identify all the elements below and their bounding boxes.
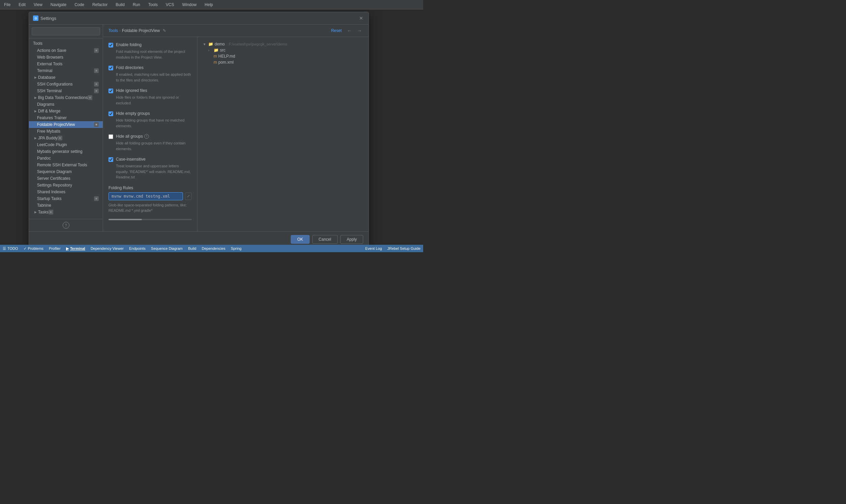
nav-badge-jpa: ≡: [58, 136, 62, 140]
nav-item-tabnine[interactable]: Tabnine: [29, 202, 103, 209]
nav-item-mybatis[interactable]: Mybatis generator setting: [29, 148, 103, 155]
status-todo[interactable]: ☰ TODO: [3, 247, 18, 251]
help-button-container: ?: [29, 219, 103, 231]
folding-rules-label: Folding Rules: [108, 185, 192, 190]
nav-item-settings-repository[interactable]: Settings Repository: [29, 182, 103, 188]
breadcrumb-parent[interactable]: Tools: [108, 28, 118, 33]
status-dependencies[interactable]: Dependencies: [202, 247, 225, 251]
nav-item-ssh-terminal[interactable]: SSH Terminal ≡: [29, 88, 103, 94]
search-input[interactable]: [32, 27, 100, 35]
hide-empty-groups-checkbox[interactable]: [108, 111, 113, 116]
menu-navigate[interactable]: Navigate: [49, 2, 68, 8]
nav-item-server-certificates[interactable]: Server Certificates: [29, 175, 103, 182]
ok-button[interactable]: OK: [291, 235, 309, 244]
case-insensitive-desc: Treat lowercase and uppercase letters eq…: [108, 163, 192, 180]
menu-file[interactable]: File: [3, 2, 12, 8]
next-button[interactable]: →: [356, 27, 363, 34]
close-button[interactable]: ✕: [358, 15, 365, 21]
folding-rules-input[interactable]: [108, 192, 183, 200]
fold-directories-desc: If enabled, matching rules will be appli…: [108, 72, 192, 83]
nav-item-startup-tasks[interactable]: Startup Tasks ≡: [29, 195, 103, 202]
nav-item-tasks[interactable]: ▶ Tasks ≡: [29, 209, 103, 215]
nav-item-shared-indexes[interactable]: Shared Indexes: [29, 188, 103, 195]
build-label: Build: [188, 247, 196, 251]
menu-tools[interactable]: Tools: [147, 2, 159, 8]
project-icon: 📁: [208, 42, 213, 47]
menu-vcs[interactable]: VCS: [164, 2, 176, 8]
src-folder-icon: 📁: [214, 48, 219, 53]
menu-edit[interactable]: Edit: [17, 2, 27, 8]
apply-button[interactable]: Apply: [340, 235, 363, 244]
status-terminal[interactable]: ▶ Terminal: [66, 247, 85, 251]
status-jrebel[interactable]: JRebel Setup Guide: [387, 247, 421, 251]
status-problems[interactable]: ✓ Problems: [23, 247, 43, 251]
expand-arrow: ▶: [34, 76, 37, 79]
nav-item-web-browsers[interactable]: Web Browsers: [29, 54, 103, 60]
nav-item-actions-on-save[interactable]: Actions on Save ≡: [29, 47, 103, 54]
nav-item-remote-ssh[interactable]: Remote SSH External Tools: [29, 162, 103, 168]
nav-item-ssh-configurations[interactable]: SSH Configurations ≡: [29, 81, 103, 88]
menu-code[interactable]: Code: [73, 2, 86, 8]
status-sequence-diagram[interactable]: Sequence Diagram: [151, 247, 182, 251]
menu-window[interactable]: Window: [181, 2, 198, 8]
status-dependency-viewer[interactable]: Dependency Viewer: [91, 247, 124, 251]
nav-section-tools[interactable]: Tools: [29, 40, 103, 47]
nav-badge-bdt: ≡: [88, 95, 92, 100]
enable-folding-desc: Fold matching root elements of the proje…: [108, 49, 192, 60]
status-build[interactable]: Build: [188, 247, 196, 251]
problems-label: Problems: [28, 247, 43, 251]
help-button[interactable]: ?: [63, 222, 69, 229]
prev-button[interactable]: ←: [346, 27, 353, 34]
nav-item-features-trainer[interactable]: Features Trainer: [29, 114, 103, 121]
status-event-log[interactable]: Event Log: [365, 247, 382, 251]
fold-directories-label: Fold directories: [116, 65, 143, 70]
nav-item-diagrams[interactable]: Diagrams: [29, 101, 103, 108]
hide-all-groups-help-icon[interactable]: ?: [144, 134, 149, 139]
menu-view[interactable]: View: [32, 2, 44, 8]
folding-expand-button[interactable]: ⤢: [185, 193, 192, 200]
nav-item-external-tools[interactable]: External Tools: [29, 60, 103, 67]
hide-ignored-checkbox[interactable]: [108, 89, 113, 93]
tree-node-pom-xml[interactable]: › m pom.xml: [201, 59, 365, 65]
nav-item-diff-merge[interactable]: ▶ Diff & Merge: [29, 108, 103, 114]
todo-icon: ☰: [3, 247, 6, 251]
nav-item-sequence-diagram[interactable]: Sequence Diagram: [29, 168, 103, 175]
nav-item-foldable-projectview[interactable]: Foldable ProjectView ≡: [29, 121, 103, 128]
menu-refactor[interactable]: Refactor: [91, 2, 109, 8]
dependencies-label: Dependencies: [202, 247, 225, 251]
hide-all-groups-checkbox[interactable]: [108, 134, 113, 139]
edit-breadcrumb-icon[interactable]: ✎: [163, 28, 168, 33]
nav-item-big-data-tools[interactable]: ▶ Big Data Tools Connections ≡: [29, 94, 103, 101]
dialog-body: Tools Actions on Save ≡ Web Browsers Ext…: [29, 24, 369, 231]
header-actions: Reset ← →: [330, 27, 363, 34]
hide-empty-groups-label: Hide empty groups: [116, 111, 150, 116]
nav-item-jpa-buddy[interactable]: ▶ JPA Buddy ≡: [29, 135, 103, 141]
menu-build[interactable]: Build: [114, 2, 126, 8]
nav-item-pandoc[interactable]: Pandoc: [29, 155, 103, 162]
nav-item-terminal[interactable]: Terminal ≡: [29, 67, 103, 74]
fold-directories-checkbox[interactable]: [108, 66, 113, 70]
menu-help[interactable]: Help: [203, 2, 214, 8]
tree-src-arrow: ›: [208, 49, 212, 52]
dialog-header: ⚙ Settings ✕: [29, 12, 369, 24]
status-endpoints[interactable]: Endpoints: [129, 247, 145, 251]
hide-all-groups-label: Hide all groups ?: [116, 134, 149, 139]
tree-node-src[interactable]: › 📁 src: [201, 47, 365, 53]
nav-item-leetcode[interactable]: LeetCode Plugin: [29, 141, 103, 148]
status-spring[interactable]: Spring: [231, 247, 242, 251]
cancel-button[interactable]: Cancel: [312, 235, 338, 244]
event-log-label: Event Log: [365, 247, 382, 251]
nav-item-database[interactable]: ▶ Database: [29, 74, 103, 81]
enable-folding-checkbox[interactable]: [108, 43, 113, 48]
breadcrumb-separator: ›: [119, 28, 121, 33]
nav-item-free-mybatis[interactable]: Free Mybatis: [29, 128, 103, 135]
menu-run[interactable]: Run: [131, 2, 141, 8]
tree-node-root[interactable]: ▼ 📁 demo F:\vuetest\pw\pwgcgk_server\dem…: [201, 41, 365, 47]
nav-badge: ≡: [94, 48, 99, 53]
tree-node-help-md[interactable]: › m HELP.md: [201, 53, 365, 59]
enable-folding-label: Enable folding: [116, 42, 141, 47]
reset-button[interactable]: Reset: [330, 28, 343, 34]
case-insensitive-checkbox[interactable]: [108, 157, 113, 162]
status-profiler[interactable]: Profiler: [49, 247, 60, 251]
setting-fold-directories: Fold directories If enabled, matching ru…: [108, 65, 192, 83]
